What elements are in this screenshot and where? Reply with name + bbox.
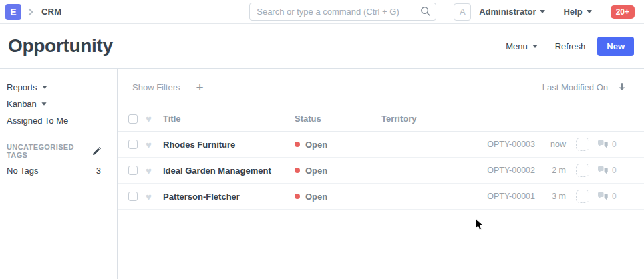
assign-placeholder[interactable] [576, 190, 589, 203]
breadcrumb-chevron-icon [27, 8, 34, 16]
status-open-indicator [295, 168, 300, 173]
row-id: OPTY-00001 [468, 192, 535, 201]
sidebar-item-label: Reports [7, 82, 37, 92]
help-dropdown-label: Help [563, 7, 582, 17]
status-label: Open [305, 140, 327, 150]
user-avatar[interactable]: A [454, 3, 471, 21]
chevron-down-icon [42, 86, 47, 89]
app-logo[interactable]: E [5, 4, 21, 20]
comment-area: 0 [597, 166, 625, 175]
search-input[interactable] [249, 3, 436, 21]
sidebar-item-assigned-to-me[interactable]: Assigned To Me [7, 112, 101, 129]
sidebar-item-label: Assigned To Me [7, 116, 68, 126]
page-title: Opportunity [8, 35, 113, 57]
tag-label: No Tags [7, 166, 96, 176]
global-search [249, 3, 436, 21]
row-title[interactable]: Patterson-Fletcher [163, 192, 295, 202]
heart-icon[interactable]: ♥ [146, 192, 157, 202]
user-dropdown-label: Administrator [479, 7, 536, 17]
row-title[interactable]: Ideal Garden Management [163, 166, 295, 176]
menu-button-label: Menu [506, 41, 528, 51]
notifications-badge[interactable]: 20+ [611, 5, 635, 19]
comment-count: 0 [612, 140, 617, 149]
assign-placeholder[interactable] [576, 138, 589, 151]
show-filters-button[interactable]: Show Filters [132, 82, 180, 92]
row-title[interactable]: Rhodes Furniture [163, 140, 295, 150]
column-header-status: Status [295, 114, 381, 124]
sort-selector: Last Modified On [542, 82, 627, 92]
add-filter-icon[interactable]: + [196, 81, 204, 94]
comment-area: 0 [597, 140, 625, 149]
list-sidebar: Reports Kanban Assigned To Me UNCATEGORI… [0, 69, 118, 279]
status-label: Open [305, 166, 327, 176]
comment-icon [597, 166, 609, 175]
row-checkbox[interactable] [128, 140, 138, 149]
sidebar-item-reports[interactable]: Reports [7, 79, 101, 96]
row-status: Open [295, 192, 381, 202]
row-checkbox[interactable] [128, 192, 138, 201]
list-header-row: ♥ Title Status Territory [118, 106, 644, 132]
status-open-indicator [295, 194, 300, 199]
comment-icon [597, 140, 609, 149]
table-row[interactable]: ♥ Ideal Garden Management Open OPTY-0000… [118, 158, 644, 184]
comment-area: 0 [597, 192, 625, 201]
status-open-indicator [295, 142, 300, 147]
row-modified: now [535, 140, 566, 149]
menu-button[interactable]: Menu [506, 41, 538, 51]
new-button[interactable]: New [597, 37, 634, 56]
status-label: Open [305, 192, 327, 202]
row-id: OPTY-00003 [468, 140, 535, 149]
chevron-down-icon [587, 10, 592, 13]
breadcrumb-crm[interactable]: CRM [41, 7, 61, 17]
select-all-checkbox[interactable] [128, 114, 138, 124]
tags-heading-label: UNCATEGORISED TAGS [7, 143, 86, 159]
comment-icon [597, 192, 609, 201]
row-status: Open [295, 166, 381, 176]
row-id: OPTY-00002 [468, 166, 535, 175]
help-dropdown[interactable]: Help [563, 7, 591, 17]
heart-icon[interactable]: ♥ [146, 166, 157, 176]
search-icon [420, 6, 431, 19]
user-dropdown[interactable]: Administrator [479, 7, 545, 17]
table-row[interactable]: ♥ Patterson-Fletcher Open OPTY-00001 3 m… [118, 184, 644, 210]
column-header-title: Title [163, 114, 295, 124]
tags-section-heading: UNCATEGORISED TAGS [7, 143, 101, 159]
chevron-down-icon [532, 45, 538, 48]
chevron-down-icon [540, 10, 545, 13]
sort-direction-icon[interactable] [617, 82, 627, 92]
comment-count: 0 [612, 166, 617, 175]
assign-placeholder[interactable] [576, 164, 589, 177]
chevron-down-icon [41, 102, 46, 106]
page-actions: Menu Refresh New [506, 37, 634, 56]
column-header-territory: Territory [381, 114, 468, 124]
row-modified: 3 m [535, 192, 566, 201]
comment-count: 0 [612, 192, 617, 201]
row-checkbox[interactable] [128, 166, 138, 175]
sort-by-button[interactable]: Last Modified On [542, 82, 608, 92]
refresh-button[interactable]: Refresh [555, 41, 586, 51]
page-head: Opportunity Menu Refresh New [0, 24, 644, 69]
tag-count: 3 [96, 166, 101, 176]
filter-bar: Show Filters + Last Modified On [118, 69, 644, 106]
table-row[interactable]: ♥ Rhodes Furniture Open OPTY-00003 now 0 [118, 132, 644, 158]
heart-icon[interactable]: ♥ [146, 114, 157, 124]
heart-icon[interactable]: ♥ [146, 140, 157, 150]
edit-tags-icon[interactable] [92, 147, 101, 156]
row-status: Open [295, 140, 381, 150]
sidebar-item-label: Kanban [7, 99, 37, 109]
list-view: Show Filters + Last Modified On ♥ Title … [118, 69, 644, 279]
top-navbar: E CRM A Administrator Help 20+ [0, 0, 644, 24]
content-area: Reports Kanban Assigned To Me UNCATEGORI… [0, 69, 644, 279]
sidebar-item-kanban[interactable]: Kanban [7, 96, 101, 112]
tag-filter-no-tags[interactable]: No Tags 3 [7, 162, 101, 179]
row-modified: 2 m [535, 166, 566, 175]
